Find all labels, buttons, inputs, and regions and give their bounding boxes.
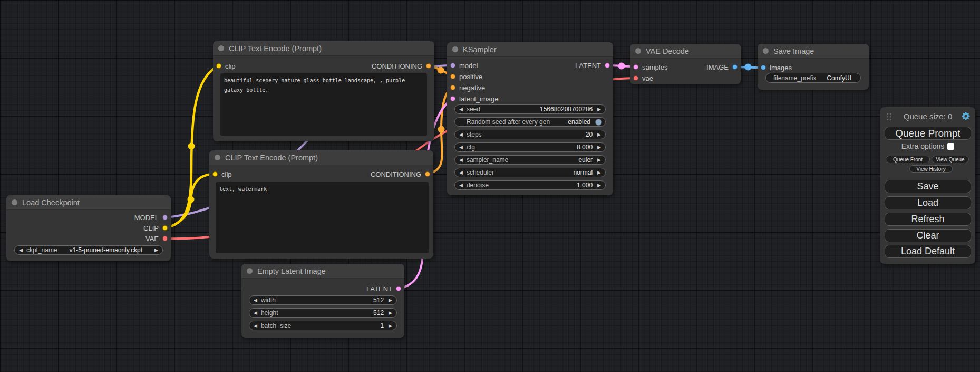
node-load-checkpoint: Load Checkpoint MODEL CLIP VAE ◀ ckpt_na…: [6, 195, 171, 261]
negative-prompt-textarea[interactable]: text, watermark: [216, 182, 429, 253]
conditioning-port-icon[interactable]: [425, 171, 430, 177]
latent-port-icon[interactable]: [396, 286, 401, 291]
node-title: Save Image: [773, 47, 814, 55]
collapse-dot-icon[interactable]: [452, 46, 458, 52]
collapse-dot-icon[interactable]: [215, 155, 220, 160]
node-header[interactable]: CLIP Text Encode (Prompt): [209, 150, 433, 165]
model-port-icon[interactable]: [162, 215, 168, 220]
clip-port-icon[interactable]: [212, 171, 218, 177]
input-clip: clip: [216, 61, 236, 71]
sampler-name-widget[interactable]: ◀ sampler_name euler ▶: [454, 155, 606, 165]
node-header[interactable]: VAE Decode: [630, 44, 741, 59]
vae-port-icon[interactable]: [162, 236, 168, 241]
clip-port-icon[interactable]: [216, 63, 221, 69]
conditioning-port-icon[interactable]: [450, 74, 455, 79]
random-seed-toggle-icon[interactable]: [595, 119, 602, 126]
batch-size-widget[interactable]: ◀ batch_size 1 ▶: [249, 321, 397, 330]
collapse-dot-icon[interactable]: [247, 268, 253, 274]
view-history-button[interactable]: View History: [909, 165, 953, 173]
node-header[interactable]: KSampler: [447, 42, 613, 57]
node-header[interactable]: CLIP Text Encode (Prompt): [213, 41, 434, 56]
right-arrow-icon[interactable]: ▶: [597, 183, 601, 188]
port-label: negative: [459, 84, 485, 92]
latent-port-icon[interactable]: [605, 63, 610, 68]
node-header[interactable]: Save Image: [758, 44, 869, 59]
node-header[interactable]: Empty Latent Image: [241, 264, 404, 279]
conditioning-port-icon[interactable]: [450, 85, 455, 90]
steps-widget[interactable]: ◀ steps 20 ▶: [454, 130, 606, 139]
widget-value: 1: [380, 322, 384, 329]
model-port-icon[interactable]: [450, 63, 455, 68]
queue-prompt-button[interactable]: Queue Prompt: [885, 127, 971, 140]
port-label: model: [459, 62, 478, 70]
collapse-dot-icon[interactable]: [763, 48, 769, 54]
clip-port-icon[interactable]: [162, 225, 168, 231]
width-widget[interactable]: ◀ width 512 ▶: [249, 295, 397, 305]
node-title: CLIP Text Encode (Prompt): [225, 154, 318, 162]
left-arrow-icon[interactable]: ◀: [254, 311, 257, 316]
node-title: Load Checkpoint: [22, 198, 80, 207]
widget-label: steps: [467, 131, 482, 138]
ckpt-name-widget[interactable]: ◀ ckpt_name v1-5-pruned-emaonly.ckpt ▶: [14, 245, 163, 255]
right-arrow-icon[interactable]: ▶: [597, 145, 601, 150]
queue-front-button[interactable]: Queue Front: [886, 156, 930, 163]
widget-value: normal: [573, 169, 593, 176]
right-arrow-icon[interactable]: ▶: [389, 298, 392, 303]
right-arrow-icon[interactable]: ▶: [389, 323, 392, 328]
load-button[interactable]: Load: [885, 196, 971, 209]
random-seed-widget[interactable]: Random seed after every gen enabled: [454, 117, 606, 127]
left-arrow-icon[interactable]: ◀: [254, 298, 257, 303]
seed-widget[interactable]: ◀ seed 156680208700286 ▶: [454, 104, 606, 114]
node-canvas[interactable]: Load Checkpoint MODEL CLIP VAE ◀ ckpt_na…: [0, 0, 980, 372]
view-queue-button[interactable]: View Queue: [932, 156, 969, 163]
vae-port-icon[interactable]: [633, 75, 638, 81]
link-dot-negative: [438, 126, 445, 133]
latent-port-icon[interactable]: [633, 64, 638, 70]
clear-button[interactable]: Clear: [885, 229, 971, 242]
image-port-icon[interactable]: [732, 64, 738, 70]
right-arrow-icon[interactable]: ▶: [597, 158, 601, 163]
load-default-button[interactable]: Load Default: [885, 245, 971, 258]
collapse-dot-icon[interactable]: [12, 199, 17, 205]
denoise-widget[interactable]: ◀ denoise 1.000 ▶: [454, 180, 606, 190]
widget-label: sampler_name: [467, 156, 508, 164]
node-title: CLIP Text Encode (Prompt): [229, 44, 322, 53]
input-images: images: [761, 63, 792, 72]
right-arrow-icon[interactable]: ▶: [597, 132, 601, 137]
positive-prompt-textarea[interactable]: beautiful scenery nature glass bottle la…: [220, 73, 427, 136]
node-save-image: Save Image images filename_prefix ComfyU…: [758, 44, 869, 90]
input-latent-image: latent_image: [450, 94, 498, 103]
drag-handle-icon[interactable]: [886, 112, 892, 120]
right-arrow-icon[interactable]: ▶: [154, 248, 158, 253]
right-arrow-icon[interactable]: ▶: [597, 170, 601, 175]
scheduler-widget[interactable]: ◀ scheduler normal ▶: [454, 168, 606, 177]
settings-gear-icon[interactable]: [961, 111, 971, 121]
left-arrow-icon[interactable]: ◀: [459, 183, 463, 188]
right-arrow-icon[interactable]: ▶: [389, 311, 392, 316]
right-arrow-icon[interactable]: ▶: [597, 107, 601, 112]
image-port-icon[interactable]: [761, 65, 766, 70]
cfg-widget[interactable]: ◀ cfg 8.000 ▶: [454, 142, 606, 152]
widget-label: seed: [467, 106, 480, 113]
extra-options-checkbox[interactable]: [947, 143, 954, 150]
widget-label: height: [261, 309, 278, 317]
left-arrow-icon[interactable]: ◀: [459, 107, 463, 112]
save-button[interactable]: Save: [885, 180, 971, 193]
node-clip-text-encode-positive: CLIP Text Encode (Prompt) clip CONDITION…: [213, 41, 434, 141]
collapse-dot-icon[interactable]: [635, 48, 641, 54]
refresh-button[interactable]: Refresh: [885, 213, 971, 226]
latent-port-icon[interactable]: [450, 96, 455, 101]
node-header[interactable]: Load Checkpoint: [6, 195, 171, 210]
left-arrow-icon[interactable]: ◀: [19, 248, 23, 253]
extra-options-label: Extra options: [901, 142, 945, 150]
left-arrow-icon[interactable]: ◀: [459, 132, 463, 137]
port-label: LATENT: [575, 62, 601, 70]
left-arrow-icon[interactable]: ◀: [254, 323, 257, 328]
left-arrow-icon[interactable]: ◀: [459, 145, 463, 150]
conditioning-port-icon[interactable]: [426, 63, 431, 69]
height-widget[interactable]: ◀ height 512 ▶: [249, 308, 397, 318]
collapse-dot-icon[interactable]: [218, 45, 224, 51]
left-arrow-icon[interactable]: ◀: [459, 158, 463, 163]
left-arrow-icon[interactable]: ◀: [459, 170, 463, 175]
filename-prefix-widget[interactable]: filename_prefix ComfyUI: [765, 73, 861, 83]
